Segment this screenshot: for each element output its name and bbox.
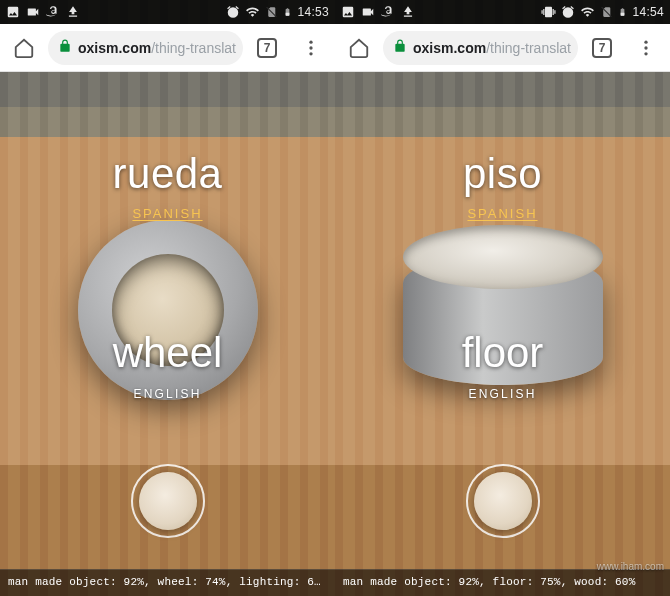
svg-point-2 xyxy=(309,52,312,55)
predictions-bar: man made object: 92%, floor: 75%, wood: … xyxy=(335,569,670,596)
lock-icon xyxy=(58,39,72,56)
wifi-icon xyxy=(580,5,595,19)
svg-point-5 xyxy=(644,52,647,55)
svg-point-1 xyxy=(309,46,312,49)
source-language-label: ENGLISH xyxy=(468,387,536,401)
amazon-icon xyxy=(381,5,395,19)
watermark-text: www.iham.com xyxy=(597,561,664,572)
address-bar[interactable]: oxism.com/thing-translat xyxy=(48,31,243,65)
video-icon xyxy=(26,5,40,19)
url-domain: oxism.com xyxy=(78,40,151,56)
home-button[interactable] xyxy=(4,28,44,68)
translated-word: piso xyxy=(463,150,542,198)
home-button[interactable] xyxy=(339,28,379,68)
svg-point-0 xyxy=(309,40,312,43)
amazon-icon xyxy=(46,5,60,19)
browser-chrome: oxism.com/thing-translat 7 xyxy=(0,24,335,72)
vibrate-icon xyxy=(541,5,556,19)
image-icon xyxy=(341,5,355,19)
svg-point-4 xyxy=(644,46,647,49)
alarm-icon xyxy=(226,5,240,19)
more-menu-button[interactable] xyxy=(291,28,331,68)
no-sim-icon xyxy=(265,5,278,19)
browser-chrome: oxism.com/thing-translat 7 xyxy=(335,24,670,72)
battery-icon xyxy=(283,5,292,19)
app-update-icon xyxy=(66,5,80,19)
url-path: /thing-translat xyxy=(151,40,236,56)
address-bar[interactable]: oxism.com/thing-translat xyxy=(383,31,578,65)
source-language-label: ENGLISH xyxy=(133,387,201,401)
battery-icon xyxy=(618,5,627,19)
more-menu-button[interactable] xyxy=(626,28,666,68)
image-icon xyxy=(6,5,20,19)
source-word: wheel xyxy=(113,329,223,377)
lock-icon xyxy=(393,39,407,56)
url-domain: oxism.com xyxy=(413,40,486,56)
translated-word: rueda xyxy=(113,150,223,198)
video-icon xyxy=(361,5,375,19)
capture-button[interactable] xyxy=(131,464,205,538)
no-sim-icon xyxy=(600,5,613,19)
source-word: floor xyxy=(462,329,544,377)
predictions-bar: man made object: 92%, wheel: 74%, lighti… xyxy=(0,569,335,596)
tabs-button[interactable]: 7 xyxy=(247,28,287,68)
target-language-link[interactable]: SPANISH xyxy=(467,206,537,221)
status-time: 14:54 xyxy=(632,5,664,19)
tab-count-badge: 7 xyxy=(592,38,612,58)
capture-button[interactable] xyxy=(466,464,540,538)
status-bar: 14:54 xyxy=(335,0,670,24)
status-bar: 14:53 xyxy=(0,0,335,24)
tabs-button[interactable]: 7 xyxy=(582,28,622,68)
wifi-icon xyxy=(245,5,260,19)
alarm-icon xyxy=(561,5,575,19)
svg-point-3 xyxy=(644,40,647,43)
tab-count-badge: 7 xyxy=(257,38,277,58)
status-time: 14:53 xyxy=(297,5,329,19)
phone-screenshot-left: 14:53 oxism.com/thing-translat 7 rueda S… xyxy=(0,0,335,596)
app-update-icon xyxy=(401,5,415,19)
target-language-link[interactable]: SPANISH xyxy=(132,206,202,221)
phone-screenshot-right: 14:54 oxism.com/thing-translat 7 piso SP… xyxy=(335,0,670,596)
url-path: /thing-translat xyxy=(486,40,571,56)
